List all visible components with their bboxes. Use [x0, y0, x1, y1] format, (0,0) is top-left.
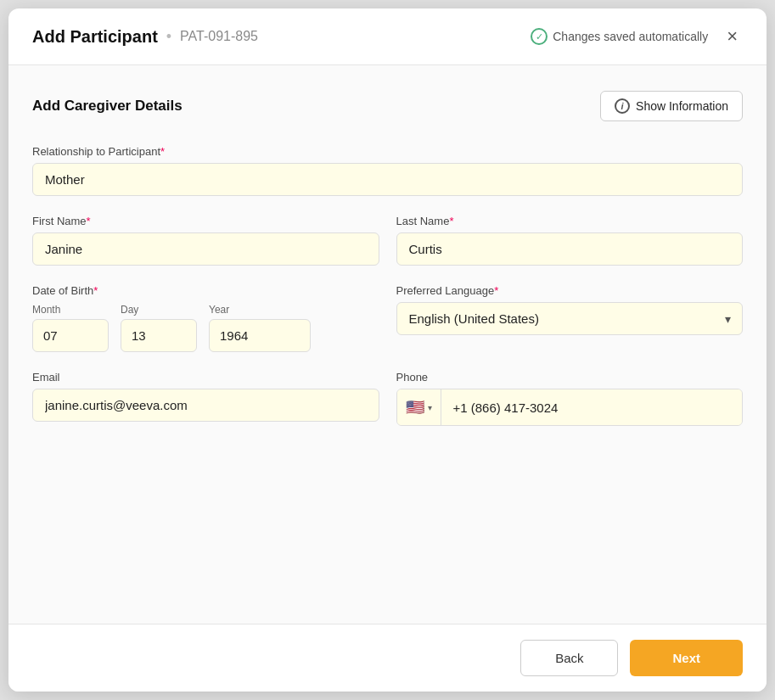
language-section: Preferred Language* English (United Stat…	[396, 284, 744, 335]
check-icon: ✓	[531, 28, 548, 45]
last-name-label: Last Name*	[396, 215, 744, 227]
show-information-button[interactable]: i Show Information	[600, 91, 743, 121]
phone-country-caret: ▾	[428, 403, 432, 412]
phone-country-selector[interactable]: 🇺🇸 ▾	[397, 389, 441, 425]
contact-row: Email Phone 🇺🇸 ▾	[32, 371, 743, 426]
add-participant-modal: Add Participant • PAT-091-895 ✓ Changes …	[8, 8, 767, 692]
next-button[interactable]: Next	[630, 640, 743, 676]
first-name-label: First Name*	[32, 215, 379, 227]
phone-input-group: 🇺🇸 ▾	[396, 389, 744, 426]
language-select-wrapper: English (United States) ▾	[396, 302, 744, 335]
dob-day-label: Day	[121, 304, 197, 316]
dob-month-label: Month	[32, 304, 109, 316]
dob-month-field: Month	[32, 304, 109, 352]
phone-label: Phone	[396, 371, 744, 384]
info-icon: i	[615, 98, 630, 114]
relationship-group: Relationship to Participant*	[32, 145, 743, 196]
first-name-group: First Name*	[32, 215, 379, 266]
language-label: Preferred Language*	[396, 284, 744, 297]
auto-save-indicator: ✓ Changes saved automatically	[531, 28, 708, 45]
section-header: Add Caregiver Details i Show Information	[32, 91, 743, 121]
patient-id: PAT-091-895	[180, 29, 258, 44]
title-separator: •	[166, 28, 171, 46]
auto-save-text: Changes saved automatically	[553, 30, 708, 43]
name-row: First Name* Last Name*	[32, 215, 743, 266]
dob-section: Date of Birth* Month Day Year	[32, 284, 379, 352]
title-group: Add Participant • PAT-091-895	[32, 27, 258, 47]
relationship-row: Relationship to Participant*	[32, 145, 743, 196]
modal-body: Add Caregiver Details i Show Information…	[8, 65, 767, 624]
last-name-group: Last Name*	[396, 215, 744, 266]
phone-number-input[interactable]	[441, 389, 743, 425]
first-name-input[interactable]	[32, 232, 379, 266]
modal-title: Add Participant	[32, 27, 158, 47]
dob-day-field: Day	[121, 304, 197, 352]
close-button[interactable]: ×	[722, 24, 743, 49]
email-input[interactable]	[32, 389, 379, 422]
last-name-input[interactable]	[396, 232, 744, 266]
language-select[interactable]: English (United States)	[396, 302, 744, 335]
modal-footer: Back Next	[8, 624, 767, 692]
email-label: Email	[32, 371, 379, 384]
section-title: Add Caregiver Details	[32, 98, 183, 115]
dob-year-input[interactable]	[209, 319, 311, 352]
dob-year-field: Year	[209, 304, 311, 352]
modal-header: Add Participant • PAT-091-895 ✓ Changes …	[8, 8, 767, 65]
dob-day-input[interactable]	[121, 319, 197, 352]
back-button[interactable]: Back	[520, 640, 618, 676]
email-group: Email	[32, 371, 379, 426]
relationship-input[interactable]	[32, 163, 743, 196]
us-flag-icon: 🇺🇸	[406, 398, 424, 417]
dob-lang-row: Date of Birth* Month Day Year	[32, 284, 743, 352]
dob-fields: Month Day Year	[32, 304, 379, 352]
relationship-label: Relationship to Participant*	[32, 145, 743, 158]
phone-group: Phone 🇺🇸 ▾	[396, 371, 744, 426]
dob-label: Date of Birth*	[32, 284, 379, 297]
dob-year-label: Year	[209, 304, 311, 316]
dob-month-input[interactable]	[32, 319, 109, 352]
info-button-label: Show Information	[636, 99, 728, 113]
header-right: ✓ Changes saved automatically ×	[531, 24, 743, 49]
